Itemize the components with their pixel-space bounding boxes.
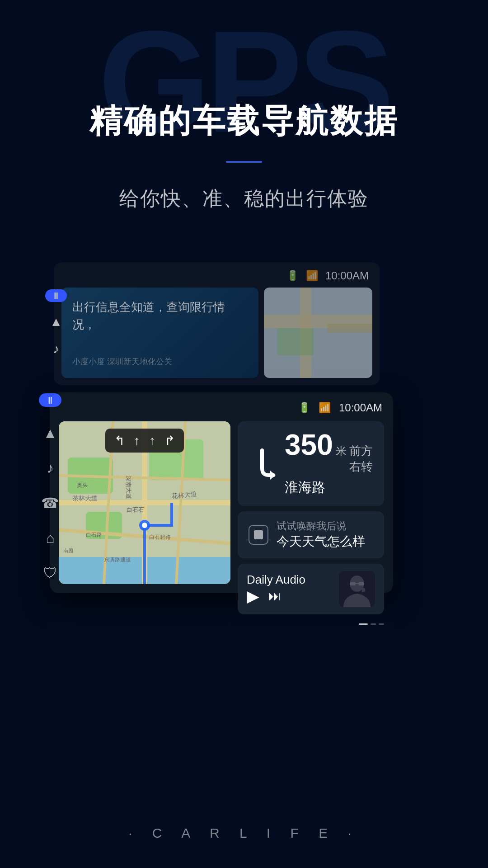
mockup1-time: 10:00AM [325,269,369,282]
svg-text:东滨路通道: 东滨路通道 [104,557,131,563]
carlife-footer: · C A R L I F E · [0,826,488,841]
svg-marker-29 [270,471,276,480]
sidebar2-home-icon[interactable]: ⌂ [46,530,54,547]
sidebar1-badge: || [45,289,67,302]
mockup-2: 🔋 📶 10:00AM ↰ ↑ ↑ ↱ [50,392,393,593]
dir-arrow-up1: ↑ [134,434,140,448]
mockup1-card: 出行信息全知道，查询限行情况， 小度小度 深圳新天地化公关 [61,288,258,378]
turn-arrow-icon [249,446,276,482]
mockup2-wifi-icon: 📶 [319,402,331,414]
svg-text:茶林大道: 茶林大道 [72,495,98,502]
sidebar1-badge-text: || [54,292,58,300]
svg-text:奥头: 奥头 [77,482,88,488]
voice-content: 试试唤醒我后说 今天天气怎么样 [277,519,365,550]
svg-text:白石石: 白石石 [127,506,144,513]
audio-title: Daily Audio [247,573,332,587]
svg-text:深南大道: 深南大道 [125,476,132,499]
sidebar2-music-icon[interactable]: ♪ [47,460,54,476]
mockup2-body: ↰ ↑ ↑ ↱ [59,421,384,584]
nav-card: 350 米 前方右转 淮海路 [238,421,384,506]
sidebar2-badge-text: || [48,396,52,404]
mockup1-card-text: 出行信息全知道，查询限行情况， [72,298,248,334]
mockup1-map [264,288,372,378]
sidebar2-badge: || [39,393,61,407]
dir-arrow-left: ↰ [114,433,125,448]
sidebar-1: || ▲ ♪ [45,289,67,356]
hero-title: 精确的车载导航数据 [0,99,488,143]
right-panel: 350 米 前方右转 淮海路 试试唤醒我后说 今天天气怎么样 [238,421,384,584]
svg-rect-3 [327,324,372,333]
direction-header: ↰ ↑ ↑ ↱ [105,429,184,453]
sidebar1-music-icon[interactable]: ♪ [45,342,67,356]
mockup2-status-bar: 🔋 📶 10:00AM [59,401,384,414]
voice-hint: 试试唤醒我后说 [277,519,365,533]
svg-point-28 [142,523,147,528]
nav-distance: 350 米 前方右转 [285,430,373,475]
hero-divider [226,161,262,163]
mockup-reflection [50,594,393,630]
mockups-area: 🔋 📶 10:00AM 出行信息全知道，查询限行情况， 小度小度 深圳新天地化公… [0,262,488,630]
svg-text:南园: 南园 [63,548,73,553]
mockup1-status-bar: 🔋 📶 10:00AM [61,269,372,282]
mockup2-time: 10:00AM [339,401,382,414]
wifi-icon: 📶 [306,270,318,282]
nav-info: 350 米 前方右转 淮海路 [285,430,373,497]
svg-text:白石碧路: 白石碧路 [149,534,171,540]
voice-icon [249,525,268,545]
hero-subtitle: 给你快、准、稳的出行体验 [0,185,488,212]
svg-rect-4 [277,328,314,355]
sidebar2-phone-icon[interactable]: ☎ [41,495,59,512]
nav-street: 淮海路 [285,478,373,497]
dir-arrow-right: ↱ [164,433,175,448]
mockup1-card-author: 小度小度 深圳新天地化公关 [72,356,248,367]
mockup-1: 🔋 📶 10:00AM 出行信息全知道，查询限行情况， 小度小度 深圳新天地化公… [54,262,380,385]
hero-section: 精确的车载导航数据 给你快、准、稳的出行体验 [0,0,488,212]
nav-distance-unit: 米 [336,444,347,458]
sidebar-2: || ▲ ♪ ☎ ⌂ 🛡 [39,393,61,581]
svg-rect-33 [358,582,364,585]
mockup1-content: 出行信息全知道，查询限行情况， 小度小度 深圳新天地化公关 [61,288,372,378]
svg-text:白石路: 白石路 [86,532,102,538]
sidebar1-navigation-icon[interactable]: ▲ [45,315,67,329]
svg-rect-32 [350,582,356,585]
voice-text: 今天天气怎么样 [277,533,365,550]
nav-distance-desc: 前方右转 [349,443,373,475]
map-area: ↰ ↑ ↑ ↱ [59,421,230,584]
carlife-text: · C A R L I F E · [128,826,360,840]
sidebar2-navigation-icon[interactable]: ▲ [43,425,57,442]
mockup2-battery-icon: 🔋 [298,402,310,414]
sidebar2-shield-icon[interactable]: 🛡 [43,565,57,581]
voice-icon-inner [254,530,263,539]
dir-arrow-up2: ↑ [149,434,155,448]
voice-card: 试试唤醒我后说 今天天气怎么样 [238,511,384,558]
battery-icon: 🔋 [286,270,299,282]
nav-distance-number: 350 [285,430,333,459]
